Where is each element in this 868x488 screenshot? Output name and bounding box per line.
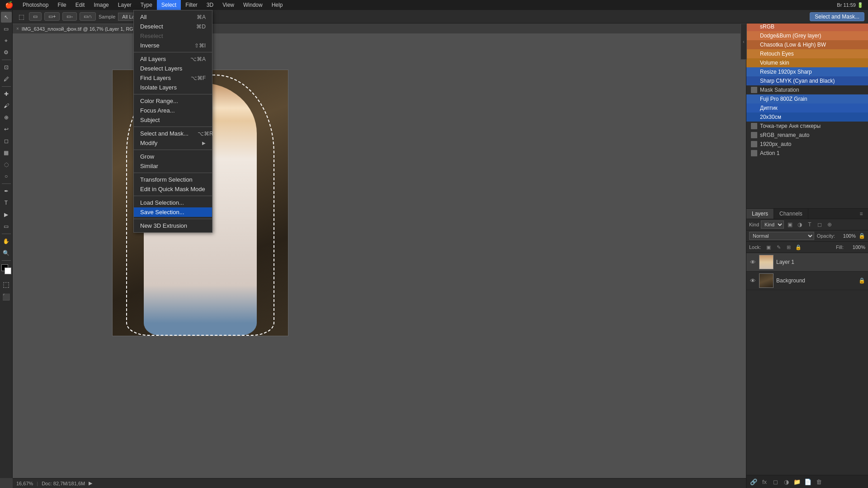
layer-item-layer1[interactable]: 👁 Layer 1 xyxy=(746,253,868,272)
menu-item-new-3d-extrusion[interactable]: New 3D Extrusion xyxy=(134,221,212,230)
foreground-background-colors[interactable] xyxy=(1,264,11,274)
add-mask-btn[interactable]: ◻ xyxy=(771,477,780,486)
layer-item-background[interactable]: 👁 Background 🔒 xyxy=(746,272,868,290)
history-item-20x30[interactable]: 20x30см xyxy=(746,113,868,122)
opacity-lock-icon[interactable]: 🔒 xyxy=(859,233,865,239)
kind-filter-select[interactable]: Kind xyxy=(761,221,784,229)
menu-item-inverse[interactable]: Inverse ⇧⌘I xyxy=(134,41,212,50)
history-item-sharp[interactable]: Sharp CMYK (Cyan and Black) xyxy=(746,76,868,85)
eraser-tool[interactable]: ◻ xyxy=(1,136,12,146)
background-color[interactable] xyxy=(5,267,11,274)
layer1-visibility-btn[interactable]: 👁 xyxy=(749,258,756,266)
menu-item-save-selection[interactable]: Save Selection... xyxy=(134,207,212,217)
lock-pixels-btn[interactable]: ▣ xyxy=(764,243,773,251)
crop-tool[interactable]: ⊡ xyxy=(1,62,12,73)
menu-edit[interactable]: Edit xyxy=(71,0,90,10)
history-item-retouch[interactable]: Retouch Eyes xyxy=(746,49,868,58)
menu-item-focus-area[interactable]: Focus Area... xyxy=(134,106,212,115)
menu-item-find-layers[interactable]: Find Layers ⌥⌘F xyxy=(134,73,212,83)
shape-tool[interactable]: ▭ xyxy=(1,221,12,232)
status-arrow-btn[interactable]: ▶ xyxy=(89,480,92,486)
lock-artboards-btn[interactable]: ⊞ xyxy=(784,243,793,251)
lock-position-btn[interactable]: ✎ xyxy=(774,243,783,251)
menu-type[interactable]: Type xyxy=(136,0,157,10)
hand-tool[interactable]: ✋ xyxy=(1,236,12,247)
pen-tool[interactable]: ✒ xyxy=(1,186,12,197)
history-item-fuji[interactable]: Fuji Pro 800Z Grain xyxy=(746,94,868,103)
menu-view[interactable]: View xyxy=(218,0,239,10)
menu-item-color-range[interactable]: Color Range... xyxy=(134,96,212,106)
menu-item-transform-selection[interactable]: Transform Selection xyxy=(134,175,212,184)
history-item-point[interactable]: Точка-тире Аня стикеры xyxy=(746,122,868,131)
menu-item-all[interactable]: All ⌘A xyxy=(134,12,212,22)
quick-select-tool[interactable]: ⚙ xyxy=(1,47,12,58)
move-tool[interactable]: ↖ xyxy=(1,12,12,23)
brush-tool[interactable]: 🖌 xyxy=(1,100,12,111)
menu-item-similar[interactable]: Similar xyxy=(134,161,212,171)
rect-select-tool[interactable]: ▭ xyxy=(1,23,12,34)
menu-item-modify[interactable]: Modify ▶ xyxy=(134,138,212,148)
menu-item-isolate-layers[interactable]: Isolate Layers xyxy=(134,83,212,92)
panel-collapse-handle[interactable]: ‹ xyxy=(741,23,747,60)
menu-item-edit-quick-mask[interactable]: Edit in Quick Mask Mode xyxy=(134,184,212,194)
smart-filter-btn[interactable]: ⊕ xyxy=(826,221,834,229)
new-adjustment-btn[interactable]: ◑ xyxy=(782,477,791,486)
new-selection-btn[interactable]: ▭ xyxy=(29,12,42,21)
link-layers-btn[interactable]: 🔗 xyxy=(749,477,758,486)
heal-tool[interactable]: ✚ xyxy=(1,89,12,99)
history-item-1920px[interactable]: 1920px_auto xyxy=(746,140,868,149)
zoom-tool[interactable]: 🔍 xyxy=(1,248,12,258)
menu-item-select-and-mask[interactable]: Select and Mask... ⌥⌘R xyxy=(134,129,212,138)
menu-help[interactable]: Help xyxy=(267,0,288,10)
menu-photoshop[interactable]: Photoshop xyxy=(18,0,53,10)
new-layer-btn[interactable]: 📄 xyxy=(803,477,812,486)
close-tab-btn[interactable]: × xyxy=(16,26,19,31)
history-item-srgb-rename[interactable]: sRGB_rename_auto xyxy=(746,131,868,140)
adjust-filter-btn[interactable]: ◑ xyxy=(796,221,804,229)
quick-mask-btn[interactable]: ⬚ xyxy=(1,279,12,290)
menu-item-subject[interactable]: Subject xyxy=(134,115,212,125)
history-item-chasotka[interactable]: Chasotka (Low & High) BW xyxy=(746,40,868,49)
path-select-tool[interactable]: ▶ xyxy=(1,209,12,220)
history-item-diptik[interactable]: Диптик xyxy=(746,103,868,113)
menu-select[interactable]: Select xyxy=(157,0,181,10)
tab-layers[interactable]: Layers xyxy=(746,209,774,219)
menu-item-grow[interactable]: Grow xyxy=(134,152,212,161)
history-item-action1[interactable]: Action 1 xyxy=(746,149,868,158)
tab-channels[interactable]: Channels xyxy=(774,209,808,219)
blur-tool[interactable]: ◌ xyxy=(1,159,12,170)
menu-item-deselect-layers[interactable]: Deselect Layers xyxy=(134,64,212,73)
eyedropper-tool[interactable]: 🖉 xyxy=(1,74,12,84)
lock-all-btn[interactable]: 🔒 xyxy=(794,243,802,251)
menu-window[interactable]: Window xyxy=(239,0,267,10)
clone-tool[interactable]: ⊕ xyxy=(1,112,12,123)
blend-mode-select[interactable]: Normal xyxy=(749,232,814,240)
delete-layer-btn[interactable]: 🗑 xyxy=(814,477,823,486)
history-item-volume[interactable]: Volume skin xyxy=(746,58,868,67)
history-item-mask[interactable]: Mask Saturation xyxy=(746,85,868,94)
subtract-selection-btn[interactable]: ▭- xyxy=(62,12,77,21)
type-tool[interactable]: T xyxy=(1,197,12,208)
menu-item-load-selection[interactable]: Load Selection... xyxy=(134,198,212,207)
lasso-tool[interactable]: ⌖ xyxy=(1,35,12,46)
history-item-srgb[interactable]: sRGB xyxy=(746,22,868,31)
history-item-dodge[interactable]: Dodge&Burn (Grey layer) xyxy=(746,31,868,40)
history-brush-tool[interactable]: ↩ xyxy=(1,124,12,135)
add-style-btn[interactable]: fx xyxy=(760,477,769,486)
type-filter-btn[interactable]: T xyxy=(806,221,814,229)
menu-3d[interactable]: 3D xyxy=(202,0,218,10)
gradient-tool[interactable]: ▦ xyxy=(1,147,12,158)
layers-panel-icon-1[interactable]: ≡ xyxy=(857,210,865,218)
select-and-mask-button[interactable]: Select and Mask... xyxy=(810,12,864,21)
menu-filter[interactable]: Filter xyxy=(181,0,202,10)
menu-item-all-layers[interactable]: All Layers ⌥⌘A xyxy=(134,54,212,64)
background-visibility-btn[interactable]: 👁 xyxy=(749,277,756,284)
history-item-resize[interactable]: Resize 1920px Sharp xyxy=(746,67,868,76)
new-group-btn[interactable]: 📁 xyxy=(793,477,802,486)
pixel-filter-btn[interactable]: ▣ xyxy=(786,221,794,229)
file-tab-name[interactable]: IMG_6343_плохой_фон.tif @ 16,7% (Layer 1… xyxy=(22,26,145,32)
shape-filter-btn[interactable]: ◻ xyxy=(816,221,824,229)
menu-image[interactable]: Image xyxy=(89,0,113,10)
apple-menu[interactable]: 🍎 xyxy=(0,1,18,9)
add-selection-btn[interactable]: ▭+ xyxy=(44,12,60,21)
